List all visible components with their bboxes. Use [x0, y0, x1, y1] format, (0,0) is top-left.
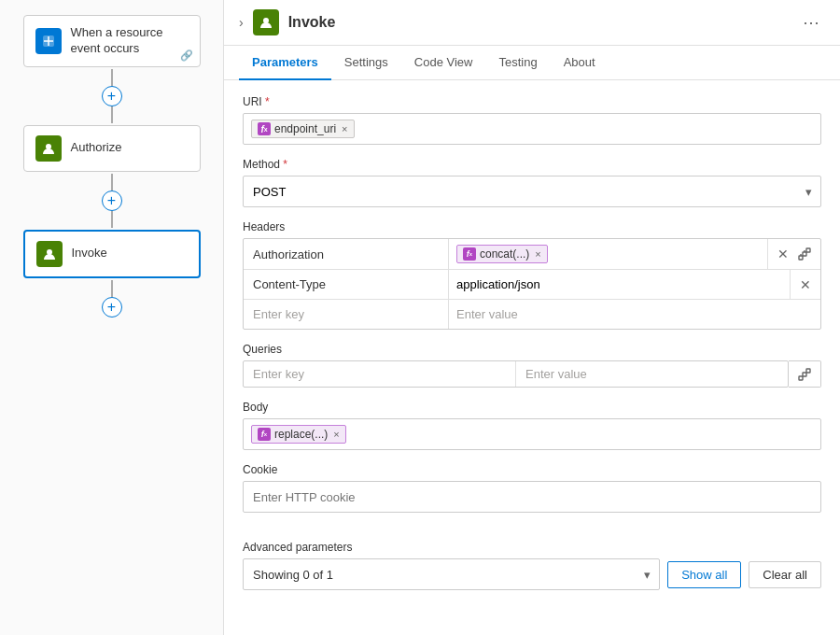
- authorize-label: Authorize: [71, 140, 122, 156]
- header-value-placeholder[interactable]: Enter value: [456, 307, 518, 321]
- connector-line-3: [111, 280, 113, 297]
- connector-line-2: [111, 174, 113, 190]
- trigger-icon: [35, 28, 62, 54]
- add-step-3[interactable]: +: [102, 297, 122, 318]
- auth-tag-label: concat(...): [480, 247, 529, 261]
- body-input[interactable]: fx replace(...) ×: [243, 418, 821, 450]
- delete-content-type-button[interactable]: ✕: [798, 275, 813, 294]
- tab-testing[interactable]: Testing: [485, 46, 550, 80]
- queries-key-input[interactable]: Enter key: [244, 361, 516, 387]
- tab-settings[interactable]: Settings: [331, 46, 401, 80]
- svg-rect-4: [799, 256, 803, 260]
- header-row-new: Enter key Enter value: [244, 300, 820, 329]
- queries-row: Enter key Enter value: [243, 360, 789, 388]
- show-all-button[interactable]: Show all: [667, 561, 741, 588]
- body-replace-tag[interactable]: fx replace(...) ×: [251, 425, 346, 444]
- auth-concat-tag[interactable]: fx concat(...) ×: [456, 245, 548, 263]
- headers-field-group: Headers Authorization fx concat(...) ×: [243, 220, 821, 330]
- content-type-value: application/json: [456, 277, 540, 291]
- auth-tag-close[interactable]: ×: [535, 248, 540, 260]
- queries-value-input[interactable]: Enter value: [516, 361, 788, 387]
- headers-table: Authorization fx concat(...) × ✕: [243, 238, 821, 330]
- header-value-content-type: application/json: [449, 270, 790, 299]
- authorize-node-box[interactable]: Authorize: [23, 125, 201, 172]
- header-key-new: Enter key: [244, 300, 449, 329]
- method-label: Method *: [243, 158, 821, 171]
- authorize-node[interactable]: Authorize: [23, 125, 201, 172]
- tab-about[interactable]: About: [551, 46, 609, 80]
- clear-all-button[interactable]: Clear all: [749, 561, 821, 588]
- body-tag-icon: fx: [258, 428, 271, 441]
- trigger-node[interactable]: When a resource event occurs 🔗: [23, 15, 201, 67]
- body-tag-label: replace(...): [274, 428, 328, 441]
- invoke-node[interactable]: Invoke: [23, 230, 201, 278]
- invoke-icon: [36, 241, 63, 267]
- header-actions-authorization: ✕: [767, 239, 820, 269]
- delete-authorization-button[interactable]: ✕: [776, 245, 791, 263]
- uri-tag-label: endpoint_uri: [274, 122, 336, 135]
- svg-rect-9: [799, 376, 803, 380]
- headers-label: Headers: [243, 220, 821, 233]
- panel-header: › Invoke ⋯: [224, 0, 840, 46]
- uri-label: URI *: [243, 95, 821, 108]
- add-step-2[interactable]: +: [102, 190, 122, 211]
- connector-line-1: [111, 69, 113, 86]
- header-row-content-type: Content-Type application/json ✕: [244, 270, 820, 300]
- svg-rect-11: [806, 369, 810, 373]
- workflow-panel: When a resource event occurs 🔗 + Authori…: [0, 0, 224, 635]
- uri-tag[interactable]: fx endpoint_uri ×: [251, 120, 355, 138]
- advanced-select-wrapper: Showing 0 of 1 ▾: [243, 558, 660, 590]
- form-content: URI * fx endpoint_uri × Method * POST GE…: [224, 80, 840, 635]
- detail-panel: › Invoke ⋯ Parameters Settings Code View…: [224, 0, 840, 635]
- cookie-label: Cookie: [243, 463, 821, 476]
- body-label: Body: [243, 401, 821, 414]
- invoke-label: Invoke: [72, 246, 107, 261]
- method-select-wrapper: POST GET PUT DELETE PATCH ▾: [243, 176, 821, 207]
- queries-label: Queries: [243, 343, 821, 356]
- header-key-authorization: Authorization: [244, 239, 449, 269]
- panel-title: Invoke: [288, 14, 788, 31]
- header-key-content-type: Content-Type: [244, 270, 449, 299]
- edit-authorization-button[interactable]: [796, 246, 813, 262]
- uri-tag-icon: fx: [258, 122, 271, 135]
- more-menu-icon[interactable]: ⋯: [797, 10, 825, 35]
- uri-field-group: URI * fx endpoint_uri ×: [243, 95, 821, 145]
- trigger-node-box[interactable]: When a resource event occurs: [23, 15, 201, 67]
- header-key-placeholder[interactable]: Enter key: [253, 307, 304, 321]
- auth-tag-icon: fx: [463, 247, 476, 261]
- queries-edit-button[interactable]: [796, 366, 813, 383]
- queries-actions: [789, 360, 821, 388]
- cookie-field-group: Cookie: [243, 463, 821, 513]
- advanced-label: Advanced parameters: [243, 541, 821, 554]
- header-value-new: Enter value: [449, 300, 820, 329]
- header-actions-content-type: ✕: [790, 270, 820, 299]
- add-step-1[interactable]: +: [102, 86, 122, 106]
- queries-key-placeholder: Enter key: [253, 367, 304, 381]
- connector-2: +: [102, 174, 122, 228]
- connector-line-2b: [111, 211, 113, 228]
- cookie-input[interactable]: [243, 481, 821, 513]
- method-select[interactable]: POST GET PUT DELETE PATCH: [243, 176, 821, 207]
- advanced-params-group: Advanced parameters Showing 0 of 1 ▾ Sho…: [243, 541, 821, 590]
- tab-code-view[interactable]: Code View: [401, 46, 486, 80]
- body-tag-close[interactable]: ×: [333, 429, 339, 440]
- back-chevron-icon[interactable]: ›: [239, 15, 244, 30]
- tab-bar: Parameters Settings Code View Testing Ab…: [224, 46, 840, 80]
- connector-1: +: [102, 69, 122, 123]
- authorize-icon: [35, 135, 62, 162]
- header-value-authorization[interactable]: fx concat(...) ×: [449, 239, 767, 269]
- queries-value-placeholder: Enter value: [525, 367, 587, 381]
- header-row-authorization: Authorization fx concat(...) × ✕: [244, 239, 820, 270]
- method-field-group: Method * POST GET PUT DELETE PATCH ▾: [243, 158, 821, 207]
- svg-rect-5: [803, 252, 806, 256]
- trigger-label: When a resource event occurs: [71, 25, 189, 57]
- tab-parameters[interactable]: Parameters: [239, 46, 331, 80]
- advanced-select[interactable]: Showing 0 of 1: [243, 558, 660, 590]
- body-field-group: Body fx replace(...) ×: [243, 401, 821, 450]
- invoke-node-box[interactable]: Invoke: [23, 230, 201, 278]
- queries-field-group: Queries Enter key Enter value: [243, 343, 821, 388]
- uri-input[interactable]: fx endpoint_uri ×: [243, 113, 821, 145]
- connector-line-1b: [111, 106, 113, 123]
- uri-tag-close[interactable]: ×: [342, 123, 347, 134]
- advanced-row: Showing 0 of 1 ▾ Show all Clear all: [243, 558, 821, 590]
